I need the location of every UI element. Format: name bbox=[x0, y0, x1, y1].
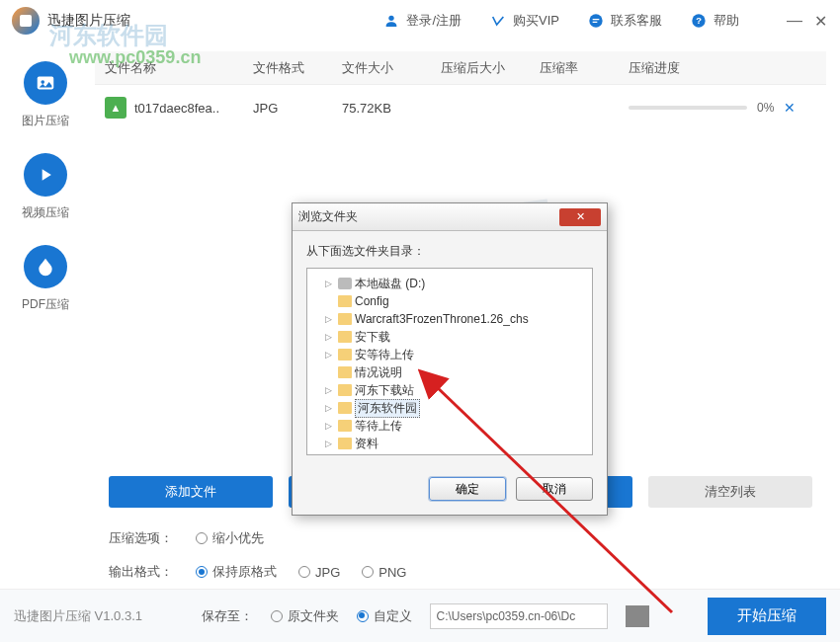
sidebar-item-video[interactable]: 视频压缩 bbox=[22, 153, 69, 221]
expand-arrow-icon: ▷ bbox=[325, 385, 335, 395]
file-name: t017daec8fea.. bbox=[134, 101, 219, 116]
save-path-input[interactable] bbox=[430, 603, 608, 629]
svg-point-1 bbox=[589, 14, 602, 27]
compress-options-row: 压缩选项： 缩小优先 bbox=[95, 522, 826, 555]
tree-item-label: 安下载 bbox=[355, 329, 390, 346]
svg-text:?: ? bbox=[696, 16, 702, 26]
clear-list-button[interactable]: 清空列表 bbox=[648, 476, 812, 508]
tree-item[interactable]: ▷资料 bbox=[311, 435, 588, 452]
app-logo-icon bbox=[12, 7, 40, 35]
expand-arrow-icon: ▷ bbox=[325, 350, 335, 360]
tree-item-label: Warcraft3FrozenThrone1.26_chs bbox=[355, 312, 529, 326]
help-link[interactable]: ? 帮助 bbox=[690, 12, 739, 30]
login-link[interactable]: 登录/注册 bbox=[382, 12, 462, 30]
vip-icon bbox=[489, 12, 507, 30]
dialog-close-button[interactable]: ✕ bbox=[559, 208, 601, 226]
radio-png[interactable]: PNG bbox=[362, 563, 406, 581]
expand-arrow-icon: ▷ bbox=[325, 421, 335, 431]
compress-label: 压缩选项： bbox=[109, 529, 178, 547]
expand-arrow-icon: ▷ bbox=[325, 314, 335, 324]
expand-arrow-icon: ▷ bbox=[325, 439, 335, 448]
col-header-format: 文件格式 bbox=[253, 59, 342, 77]
progress-pct: 0% bbox=[757, 101, 774, 115]
col-header-after: 压缩后大小 bbox=[441, 59, 540, 77]
footer: 迅捷图片压缩 V1.0.3.1 保存至： 原文件夹 自定义 开始压缩 bbox=[0, 589, 840, 642]
sidebar-item-label: PDF压缩 bbox=[22, 296, 69, 313]
dialog-title: 浏览文件夹 bbox=[298, 208, 358, 225]
tree-item[interactable]: ▷等待上传 bbox=[311, 417, 588, 435]
sidebar-item-pdf[interactable]: PDF压缩 bbox=[22, 245, 69, 313]
tree-item[interactable]: ▷河东下载站 bbox=[311, 381, 588, 399]
dialog-titlebar[interactable]: 浏览文件夹 ✕ bbox=[293, 203, 607, 231]
tree-item[interactable]: ▷安等待上传 bbox=[311, 346, 588, 363]
folder-icon bbox=[338, 384, 352, 396]
folder-icon bbox=[338, 349, 352, 361]
tree-item-label: 本地磁盘 (D:) bbox=[355, 276, 425, 292]
dialog-ok-button[interactable]: 确定 bbox=[429, 477, 506, 501]
radio-jpg[interactable]: JPG bbox=[298, 563, 340, 581]
radio-shrink-priority[interactable]: 缩小优先 bbox=[196, 529, 264, 547]
folder-icon bbox=[338, 295, 352, 307]
radio-keep-format[interactable]: 保持原格式 bbox=[196, 563, 277, 581]
folder-icon bbox=[338, 313, 352, 325]
table-header: 文件名称 文件格式 文件大小 压缩后大小 压缩率 压缩进度 bbox=[95, 51, 826, 85]
remove-row-button[interactable]: ✕ bbox=[784, 100, 796, 116]
folder-icon bbox=[338, 438, 352, 449]
tree-item[interactable]: ▷本地磁盘 (D:) bbox=[311, 275, 588, 292]
folder-icon bbox=[338, 331, 352, 343]
radio-custom-folder[interactable]: 自定义 bbox=[357, 607, 412, 625]
service-link[interactable]: 联系客服 bbox=[587, 12, 662, 30]
radio-original-folder[interactable]: 原文件夹 bbox=[271, 607, 339, 625]
window-controls: — ✕ bbox=[787, 13, 828, 29]
tree-item-label: 资料 bbox=[355, 436, 378, 452]
folder-icon bbox=[338, 278, 352, 289]
col-header-size: 文件大小 bbox=[342, 59, 441, 77]
tree-item-label: 河东软件园 bbox=[355, 399, 420, 418]
radio-icon bbox=[196, 566, 208, 578]
svg-point-0 bbox=[389, 16, 394, 21]
browse-folder-dialog: 浏览文件夹 ✕ 从下面选文件夹目录： ▷本地磁盘 (D:)Config▷Warc… bbox=[292, 202, 608, 516]
header-right: 登录/注册 购买VIP 联系客服 ? 帮助 — bbox=[382, 12, 828, 30]
help-label: 帮助 bbox=[714, 12, 739, 30]
sidebar-item-label: 视频压缩 bbox=[22, 204, 69, 221]
minimize-button[interactable]: — bbox=[787, 13, 802, 29]
radio-icon bbox=[271, 610, 283, 622]
browse-folder-button[interactable] bbox=[626, 605, 649, 627]
sidebar: 图片压缩 视频压缩 PDF压缩 bbox=[0, 41, 91, 589]
tree-item[interactable]: ▷安下载 bbox=[311, 328, 588, 346]
login-label: 登录/注册 bbox=[406, 12, 462, 30]
start-compress-button[interactable]: 开始压缩 bbox=[708, 598, 826, 635]
chat-icon bbox=[587, 12, 605, 30]
tree-item-label: 河东下载站 bbox=[355, 382, 414, 399]
tree-item[interactable]: Config bbox=[311, 292, 588, 310]
close-button[interactable]: ✕ bbox=[812, 13, 828, 29]
dialog-cancel-button[interactable]: 取消 bbox=[516, 477, 593, 501]
user-icon bbox=[382, 12, 400, 30]
table-row[interactable]: ▲ t017daec8fea.. JPG 75.72KB 0% ✕ bbox=[95, 85, 826, 130]
vip-link[interactable]: 购买VIP bbox=[489, 12, 559, 30]
expand-arrow-icon: ▷ bbox=[325, 403, 335, 413]
file-format: JPG bbox=[253, 101, 342, 116]
expand-arrow-icon: ▷ bbox=[325, 332, 335, 342]
folder-tree[interactable]: ▷本地磁盘 (D:)Config▷Warcraft3FrozenThrone1.… bbox=[306, 268, 593, 455]
app-title: 迅捷图片压缩 bbox=[47, 12, 130, 30]
col-header-rate: 压缩率 bbox=[540, 59, 629, 77]
folder-icon bbox=[338, 366, 352, 378]
logo-area: 迅捷图片压缩 bbox=[12, 7, 130, 35]
format-options-row: 输出格式： 保持原格式 JPG PNG bbox=[95, 555, 826, 589]
col-header-name: 文件名称 bbox=[95, 59, 253, 77]
svg-point-5 bbox=[41, 80, 44, 84]
expand-arrow-icon: ▷ bbox=[325, 279, 335, 288]
pdf-icon bbox=[24, 245, 67, 288]
col-header-progress: 压缩进度 bbox=[629, 59, 826, 77]
tree-item[interactable]: 情况说明 bbox=[311, 363, 588, 381]
sidebar-item-image[interactable]: 图片压缩 bbox=[22, 61, 69, 129]
tree-item[interactable]: ▷河东软件园 bbox=[311, 399, 588, 417]
tree-item-label: 等待上传 bbox=[355, 418, 402, 435]
folder-icon bbox=[338, 420, 352, 432]
play-icon bbox=[24, 153, 67, 197]
add-file-button[interactable]: 添加文件 bbox=[109, 476, 273, 508]
tree-item[interactable]: ▷Warcraft3FrozenThrone1.26_chs bbox=[311, 310, 588, 328]
tree-item-label: 安等待上传 bbox=[355, 347, 414, 363]
progress-bar bbox=[629, 106, 747, 110]
